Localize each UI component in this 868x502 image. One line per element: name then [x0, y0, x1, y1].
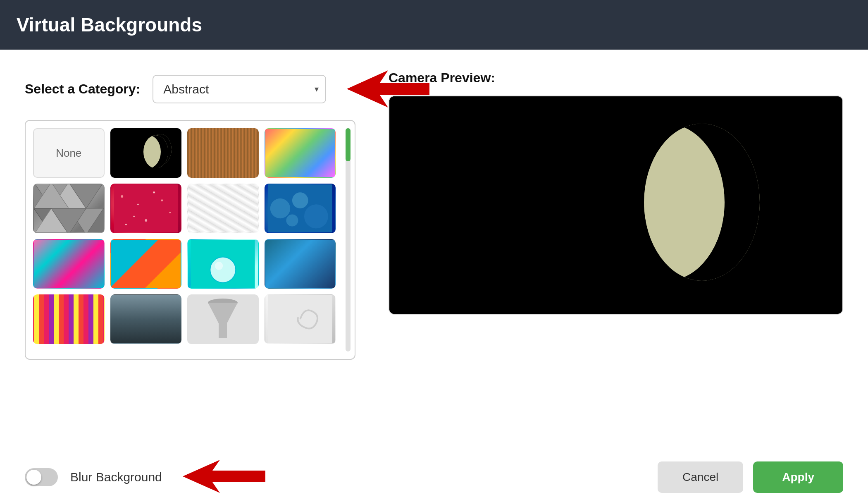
svg-point-20 [292, 192, 308, 208]
bg-item-glitter[interactable] [110, 184, 182, 233]
blur-section: Blur Background [25, 460, 265, 495]
scrollbar-track[interactable] [346, 128, 351, 351]
svg-point-24 [210, 257, 236, 283]
glitter-svg [111, 184, 181, 232]
svg-point-11 [137, 203, 138, 205]
blur-label: Blur Background [70, 470, 162, 484]
bg-item-bokeh[interactable] [265, 184, 336, 233]
bokeh-svg [265, 184, 335, 232]
bg-item-stripes[interactable] [33, 294, 105, 344]
svg-point-13 [169, 212, 171, 213]
svg-point-10 [121, 195, 123, 198]
bg-item-blue-texture[interactable] [265, 239, 336, 289]
blur-red-arrow-svg [183, 460, 265, 493]
scrollbar-thumb [346, 128, 351, 161]
bg-item-copper[interactable] [187, 128, 259, 178]
none-label: None [56, 147, 81, 160]
teal-ball-svg [188, 240, 258, 288]
apply-button[interactable]: Apply [753, 461, 843, 493]
toggle-knob [26, 470, 41, 485]
funnel-svg [206, 299, 239, 340]
camera-preview [389, 96, 843, 315]
bg-item-funnel[interactable] [187, 294, 259, 344]
preview-moon-shape [644, 124, 760, 281]
right-panel: Camera Preview: [389, 70, 843, 360]
category-label: Select a Category: [25, 81, 140, 97]
blur-toggle[interactable] [25, 468, 58, 486]
svg-point-22 [286, 215, 298, 227]
button-group: Cancel Apply [658, 461, 843, 493]
cancel-button[interactable]: Cancel [658, 461, 743, 493]
svg-point-12 [153, 191, 155, 194]
preview-background [389, 96, 842, 314]
svg-rect-9 [114, 184, 178, 232]
vortex-svg [265, 295, 335, 343]
camera-preview-label: Camera Preview: [389, 70, 843, 86]
svg-marker-28 [183, 460, 265, 493]
page-title: Virtual Backgrounds [17, 14, 202, 36]
background-grid: None [33, 128, 347, 344]
moon-shape [149, 134, 172, 165]
category-select[interactable]: Abstract Nature Office Custom [153, 75, 326, 103]
bg-item-moon[interactable] [110, 128, 182, 178]
svg-point-17 [133, 215, 135, 217]
bg-item-sticks[interactable] [33, 239, 105, 289]
svg-point-16 [161, 199, 163, 201]
blur-arrow-annotation [183, 460, 265, 495]
bg-item-waves[interactable] [187, 184, 259, 233]
bg-item-ocean[interactable] [110, 294, 182, 344]
bg-item-none[interactable]: None [33, 128, 105, 178]
svg-point-14 [145, 219, 147, 222]
category-select-wrapper: Abstract Nature Office Custom ▾ [153, 75, 326, 103]
triangles-svg [34, 184, 104, 232]
bg-item-diagonal[interactable] [110, 239, 182, 289]
main-content: Select a Category: Abstract Nature Offic… [0, 50, 868, 376]
bg-item-triangles[interactable] [33, 184, 105, 233]
svg-point-15 [125, 224, 126, 225]
svg-point-21 [304, 204, 328, 228]
svg-point-25 [215, 262, 223, 270]
bg-item-vortex[interactable] [265, 294, 336, 344]
svg-point-19 [270, 198, 290, 218]
header: Virtual Backgrounds [0, 0, 868, 50]
category-row: Select a Category: Abstract Nature Offic… [25, 70, 355, 108]
bg-item-teal-ball[interactable] [187, 239, 259, 289]
bg-item-colorful[interactable] [265, 128, 336, 178]
bottom-bar: Blur Background Cancel Apply [0, 452, 868, 502]
background-grid-container: None [25, 120, 355, 360]
left-panel: Select a Category: Abstract Nature Offic… [25, 70, 355, 360]
